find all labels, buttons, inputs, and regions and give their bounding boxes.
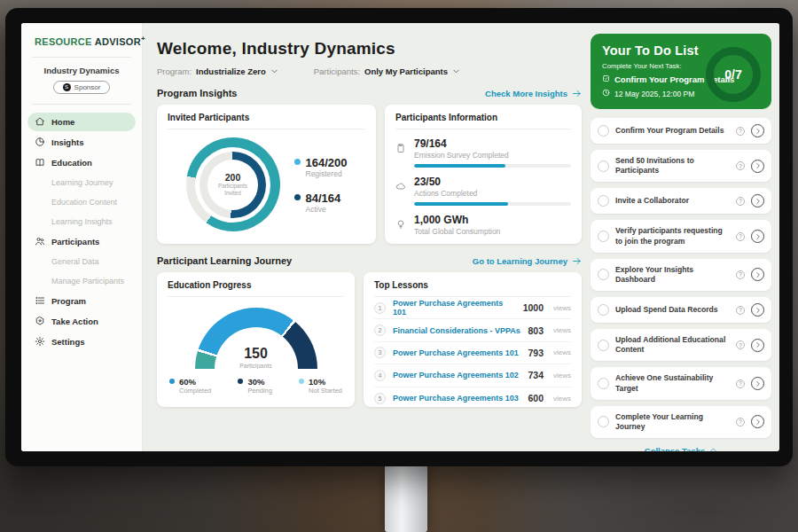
todo-item[interactable]: Complete Your Learning Journey ? [591, 406, 771, 438]
sidebar-item[interactable]: Program [27, 292, 136, 310]
collapse-tasks-link[interactable]: Collapse Tasks [591, 446, 771, 451]
lesson-row[interactable]: 2 Financial Considerations - VPPAs 803 v… [374, 319, 571, 341]
check-more-insights-link[interactable]: Check More Insights [485, 89, 582, 98]
divider [32, 104, 131, 105]
sidebar-item[interactable]: Participants [27, 232, 136, 251]
todo-checkbox[interactable] [598, 195, 609, 207]
lesson-link[interactable]: Power Purchase Agreements 103 [393, 394, 520, 403]
participants-label: Participants: [314, 66, 360, 76]
gauge-legend: 60% Completed 30% Pending 10% Not Starte… [168, 369, 344, 395]
legend-entry: 164/200 Registered [294, 156, 348, 178]
participants-dropdown[interactable]: Participants: Only My Participants [314, 66, 460, 76]
todo-item-label: Upload Additional Educational Content [615, 335, 730, 355]
app-logo: RESOURCE ADVISOR+ [21, 35, 142, 47]
help-icon[interactable]: ? [736, 270, 745, 279]
sidebar-item-label: Manage Participants [51, 277, 124, 286]
education-progress-title: Education Progress [168, 280, 344, 297]
sidebar-item-label: Take Action [51, 317, 98, 326]
sidebar-item[interactable]: Home [27, 113, 136, 131]
chevron-right-icon[interactable] [751, 124, 764, 137]
program-dropdown[interactable]: Program: Industrialize Zero [157, 66, 278, 76]
donut-outer-ring: 200 Participants Invited [186, 137, 280, 231]
chevron-right-icon[interactable] [751, 230, 764, 243]
sidebar-item[interactable]: Settings [27, 332, 136, 351]
legend-value: 164/200 [306, 156, 348, 169]
lesson-rank: 1 [374, 302, 386, 314]
lesson-row[interactable]: 1 Power Purchase Agreements 101 1000 vie… [374, 297, 571, 319]
sidebar-item[interactable]: Take Action [27, 312, 136, 331]
chevron-right-icon[interactable] [751, 377, 764, 390]
todo-item[interactable]: Invite a Collaborator ? [591, 188, 771, 214]
todo-checkbox[interactable] [598, 378, 609, 389]
todo-checkbox[interactable] [598, 269, 609, 280]
todo-checkbox[interactable] [598, 304, 609, 316]
todo-checkbox[interactable] [598, 125, 609, 137]
help-icon[interactable]: ? [736, 418, 745, 426]
list-icon [35, 295, 45, 306]
todo-item[interactable]: Send 50 Invitations to Participants ? [591, 150, 771, 182]
sidebar-item[interactable]: Manage Participants [27, 272, 136, 290]
help-icon[interactable]: ? [736, 127, 745, 136]
todo-item[interactable]: Upload Additional Educational Content ? [591, 329, 771, 361]
sidebar-item[interactable]: Education Content [27, 193, 136, 211]
organization-name: Industry Dynamics [21, 66, 142, 75]
chevron-right-icon[interactable] [751, 194, 764, 207]
sidebar-nav: Home Insights Education Learning Journey… [21, 113, 142, 351]
todo-item[interactable]: Achieve One Sustainability Target ? [591, 367, 771, 399]
progress-bar [414, 202, 571, 206]
chevron-right-icon[interactable] [751, 415, 764, 428]
chevron-right-icon[interactable] [751, 303, 764, 317]
sidebar-item-label: Participants [51, 237, 99, 246]
go-to-learning-journey-link[interactable]: Go to Learning Journey [473, 256, 582, 266]
sidebar-item[interactable]: Learning Insights [27, 213, 136, 231]
lesson-row[interactable]: 3 Power Purchase Agreements 101 793 view… [374, 342, 571, 364]
home-icon [35, 116, 45, 127]
todo-checkbox[interactable] [598, 231, 609, 242]
lesson-row[interactable]: 4 Power Purchase Agreements 102 734 view… [374, 364, 571, 387]
legend-dot [238, 379, 243, 384]
lesson-link[interactable]: Power Purchase Agreements 101 [393, 299, 516, 317]
todo-item[interactable]: Verify participants requesting to join t… [591, 220, 771, 252]
lesson-views-value: 1000 [523, 302, 544, 313]
legend-label: Active [306, 205, 348, 214]
todo-item[interactable]: Explore Your Insights Dashboard ? [591, 259, 771, 291]
page-title: Welcome, Industry Dynamics [157, 39, 582, 59]
help-icon[interactable]: ? [736, 379, 745, 388]
lesson-row[interactable]: 5 Power Purchase Agreements 103 600 view… [374, 387, 571, 410]
bulb-icon [395, 214, 407, 236]
arrow-right-icon [572, 89, 582, 98]
todo-panel: Your To Do List Complete Your Next Task:… [591, 23, 779, 451]
help-icon[interactable]: ? [736, 340, 745, 349]
clipboard-icon [395, 137, 407, 168]
lesson-link[interactable]: Power Purchase Agreements 102 [393, 371, 520, 379]
todo-item[interactable]: Confirm Your Program Details ? [591, 118, 771, 144]
todo-item-label: Explore Your Insights Dashboard [615, 265, 730, 285]
todo-item-label: Send 50 Invitations to Participants [615, 156, 730, 176]
help-icon[interactable]: ? [736, 161, 745, 170]
sidebar-item[interactable]: Education [27, 153, 136, 172]
info-value: 79/164 [414, 137, 571, 150]
legend-entry: 84/164 Active [294, 192, 348, 214]
todo-checkbox[interactable] [598, 416, 609, 427]
todo-checkbox[interactable] [598, 160, 609, 172]
help-icon[interactable]: ? [736, 197, 745, 206]
lesson-link[interactable]: Power Purchase Agreements 101 [393, 348, 520, 357]
todo-item[interactable]: Upload Spend Data Records ? [591, 297, 771, 323]
chevron-right-icon[interactable] [751, 339, 764, 352]
todo-checkbox[interactable] [598, 340, 609, 351]
task-check-icon [602, 74, 610, 84]
sidebar-item[interactable]: Insights [27, 133, 136, 152]
gauge-legend-label: Completed [179, 387, 211, 395]
legend-value: 84/164 [306, 192, 348, 205]
lesson-views-label: views [553, 326, 571, 334]
sidebar-item[interactable]: Learning Journey [27, 174, 136, 192]
todo-summary-card: Your To Do List Complete Your Next Task:… [591, 34, 771, 109]
info-value: 1,000 GWh [414, 214, 571, 226]
chevron-right-icon[interactable] [751, 268, 764, 281]
lesson-link[interactable]: Financial Considerations - VPPAs [393, 326, 520, 335]
top-lessons-list: 1 Power Purchase Agreements 101 1000 vie… [374, 297, 571, 410]
sidebar-item[interactable]: General Data [27, 253, 136, 270]
help-icon[interactable]: ? [736, 306, 745, 315]
chevron-right-icon[interactable] [751, 160, 764, 173]
help-icon[interactable]: ? [736, 232, 745, 241]
